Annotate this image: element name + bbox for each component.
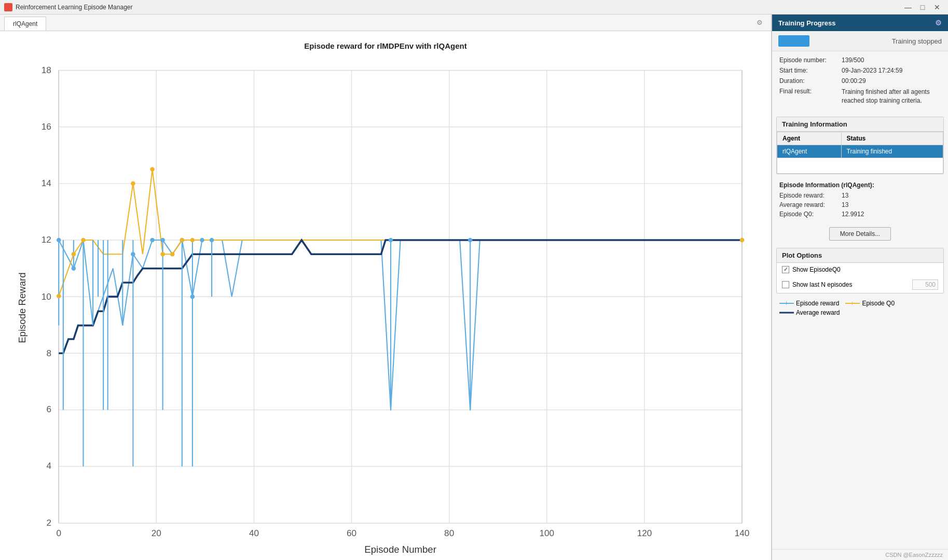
training-info-header: Training Information (777, 117, 943, 132)
start-time-label: Start time: (779, 67, 842, 74)
final-result-row: Final result: Training finished after al… (779, 88, 941, 105)
maximize-button[interactable]: □ (916, 2, 929, 12)
svg-text:60: 60 (347, 528, 356, 538)
svg-point-68 (170, 252, 175, 257)
more-details-button[interactable]: More Details... (829, 227, 891, 241)
tab-bar: rlQAgent ⚙ (0, 15, 771, 31)
col-agent: Agent (777, 132, 842, 145)
legend-episode-reward: + Episode reward (779, 300, 839, 307)
episode-info-section: Episode Information (rlQAgent): Episode … (772, 177, 948, 224)
svg-text:80: 80 (444, 528, 454, 538)
svg-text:6: 6 (46, 404, 51, 414)
show-last-n-row: Show last N episodes (777, 276, 943, 293)
show-last-n-checkbox[interactable] (782, 281, 789, 288)
svg-point-54 (160, 238, 165, 243)
episode-q0-label: Episode Q0: (779, 211, 842, 218)
svg-point-51 (72, 266, 76, 271)
svg-text:16: 16 (42, 121, 51, 132)
start-time-row: Start time: 09-Jan-2023 17:24:59 (779, 67, 941, 74)
svg-point-53 (150, 238, 155, 243)
show-episodeq0-label: Show EpisodeQ0 (792, 266, 841, 273)
svg-text:100: 100 (539, 528, 554, 538)
svg-point-66 (150, 167, 155, 172)
training-status-bar: Training stopped (772, 31, 948, 51)
settings-icon[interactable]: ⚙ (752, 17, 767, 29)
info-section: Episode number: 139/500 Start time: 09-J… (772, 51, 948, 114)
svg-text:18: 18 (42, 65, 51, 75)
watermark: CSDN @EasonZzzzzz (772, 549, 948, 560)
agent-table: Agent Status rlQAgent Training finished (777, 132, 943, 174)
show-last-n-label: Show last N episodes (792, 281, 852, 288)
close-button[interactable]: ✕ (930, 2, 944, 12)
plot-options-section: Plot Options ✓ Show EpisodeQ0 Show last … (776, 248, 944, 293)
chart-area: Episode reward for rlMDPEnv with rlQAgen… (0, 31, 771, 560)
last-n-input[interactable] (912, 279, 938, 290)
svg-point-60 (468, 238, 473, 243)
legend-blue-icon (779, 309, 794, 316)
episode-number-row: Episode number: 139/500 (779, 57, 941, 64)
progress-bar (778, 35, 809, 47)
svg-text:4: 4 (46, 460, 51, 471)
episode-info-title: Episode Information (rlQAgent): (779, 181, 941, 189)
header-gear-icon[interactable]: ⚙ (935, 19, 942, 27)
svg-text:8: 8 (46, 348, 51, 358)
episode-number-label: Episode number: (779, 57, 842, 64)
svg-point-71 (740, 238, 745, 243)
duration-row: Duration: 00:00:29 (779, 77, 941, 85)
legend-episode-reward-label: Episode reward (796, 300, 839, 307)
svg-point-67 (160, 252, 165, 257)
plot-options-header: Plot Options (777, 248, 943, 263)
svg-point-65 (131, 181, 135, 186)
svg-text:2: 2 (46, 517, 51, 528)
svg-point-64 (81, 238, 86, 243)
final-result-value: Training finished after all agents reach… (842, 88, 941, 105)
y-axis-label: Episode Reward (17, 272, 28, 343)
svg-point-70 (190, 238, 195, 243)
avg-reward-row: Average reward: 13 (779, 201, 941, 208)
legend-section: + Episode reward + Episode Q0 Average re… (772, 296, 948, 320)
episode-reward-row: Episode reward: 13 (779, 192, 941, 199)
start-time-value: 09-Jan-2023 17:24:59 (842, 67, 941, 74)
duration-label: Duration: (779, 77, 842, 85)
left-panel: rlQAgent ⚙ Episode reward for rlMDPEnv w… (0, 15, 772, 560)
training-stopped-text: Training stopped (892, 37, 942, 45)
app-icon (4, 3, 12, 11)
minimize-button[interactable]: — (901, 2, 915, 12)
episode-q0-value: 12.9912 (842, 211, 864, 218)
episode-q0-row: Episode Q0: 12.9912 (779, 211, 941, 218)
agent-row[interactable]: rlQAgent Training finished (777, 145, 943, 158)
legend-average-reward: Average reward (779, 309, 840, 316)
main-content: rlQAgent ⚙ Episode reward for rlMDPEnv w… (0, 15, 948, 560)
svg-point-57 (200, 238, 204, 243)
tab-rlqagent[interactable]: rlQAgent (4, 17, 46, 31)
chart-title: Episode reward for rlMDPEnv with rlQAgen… (10, 41, 761, 50)
col-status: Status (841, 132, 943, 145)
svg-text:120: 120 (637, 528, 652, 538)
svg-text:20: 20 (152, 528, 161, 538)
episode-reward-label: Episode reward: (779, 192, 842, 199)
svg-point-63 (72, 252, 76, 257)
training-info-box: Training Information Agent Status rlQAge… (776, 117, 944, 174)
svg-point-62 (57, 294, 61, 299)
check-mark: ✓ (784, 266, 788, 273)
svg-point-58 (210, 238, 214, 243)
svg-text:10: 10 (42, 291, 51, 302)
svg-point-69 (180, 238, 185, 243)
svg-text:0: 0 (56, 528, 61, 538)
app-title: Reinforcement Learning Episode Manager (16, 4, 901, 11)
legend-episode-q0-label: Episode Q0 (862, 300, 895, 307)
chart-svg: Episode Reward Episode Number 2 4 (10, 55, 761, 560)
agent-row-empty (777, 158, 943, 173)
show-episodeq0-checkbox[interactable]: ✓ (782, 266, 789, 273)
svg-point-50 (57, 238, 61, 243)
episode-reward-value: 13 (842, 192, 848, 199)
svg-text:40: 40 (249, 528, 259, 538)
svg-text:12: 12 (42, 234, 51, 245)
avg-reward-label: Average reward: (779, 201, 842, 208)
avg-reward-value: 13 (842, 201, 848, 208)
legend-cyan-icon: + (779, 300, 794, 307)
svg-point-59 (389, 238, 393, 243)
final-result-label: Final result: (779, 88, 842, 105)
agent-status: Training finished (841, 145, 943, 158)
legend-episode-q0: + Episode Q0 (845, 300, 895, 307)
